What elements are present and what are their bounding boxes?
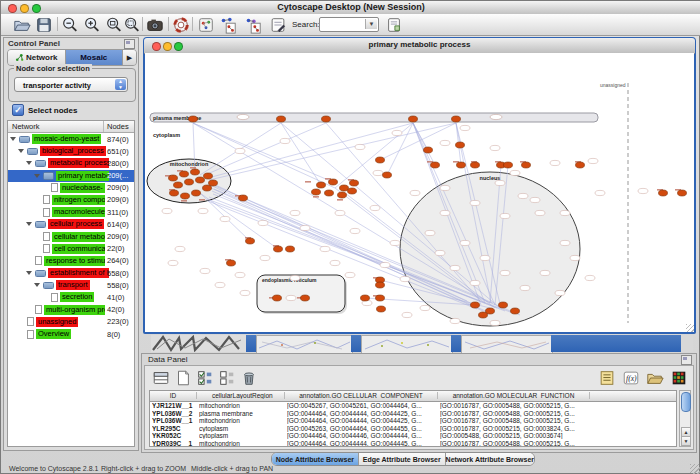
window-resize-grip[interactable] bbox=[686, 324, 694, 332]
expand-arrow-icon[interactable] bbox=[26, 161, 32, 165]
label-list-icon[interactable] bbox=[597, 368, 617, 388]
node-label-pill bbox=[235, 148, 245, 153]
table-row[interactable]: YDR039C__1mitochondrion[GO:0044464, GO:0… bbox=[150, 440, 676, 447]
tab-network[interactable]: Network bbox=[8, 50, 66, 65]
network-overview-icon[interactable] bbox=[197, 16, 215, 33]
float-panel-icon[interactable] bbox=[124, 39, 135, 49]
tree-item-establishment-of-lo[interactable]: establishment of lo558(0) bbox=[8, 267, 134, 279]
table-row[interactable]: YPL036W__1mitochondrion[GO:0044464, GO:0… bbox=[150, 417, 676, 425]
save-session-icon[interactable] bbox=[35, 16, 53, 33]
float-data-panel-icon[interactable] bbox=[681, 355, 692, 365]
node-color-attribute-select[interactable]: transporter activity ▲▼ bbox=[14, 77, 128, 92]
expand-arrow-icon[interactable] bbox=[26, 271, 32, 275]
help-icon[interactable] bbox=[172, 16, 190, 33]
tree-item-biological-process[interactable]: biological_process651(0) bbox=[8, 145, 134, 157]
tree-item-nucleobase-[interactable]: nucleobase-209(0) bbox=[8, 182, 134, 194]
expand-arrow-icon[interactable] bbox=[34, 283, 40, 287]
tree-item-macromolecule[interactable]: macromolecule311(0) bbox=[8, 206, 134, 218]
zoom-fit-icon[interactable] bbox=[123, 16, 141, 33]
tree-item-label: transport bbox=[56, 280, 90, 290]
tree-item-node-count: 41(0) bbox=[107, 293, 125, 302]
background-window-edge bbox=[551, 335, 681, 352]
table-column-header[interactable]: annotation.GO MOLECULAR_FUNCTION bbox=[438, 392, 590, 399]
zoom-out-icon[interactable] bbox=[61, 16, 79, 33]
table-column-header[interactable]: annotation.GO CELLULAR_COMPONENT bbox=[285, 392, 438, 399]
plugin-manager-icon[interactable] bbox=[385, 16, 403, 33]
tree-item-response-to-stimulu[interactable]: response to stimulu264(0) bbox=[8, 255, 134, 267]
tree-item-label: establishment of lo bbox=[48, 268, 109, 278]
status-welcome: Welcome to Cytoscape 2.8.1 bbox=[9, 465, 98, 472]
node-label-pill bbox=[520, 285, 530, 290]
tab-mosaic-label: Mosaic bbox=[80, 53, 107, 62]
search-dropdown-icon[interactable]: ▼ bbox=[365, 19, 377, 29]
table-row[interactable]: YLR295Ccytoplasm[GO:0045263, GO:0044464,… bbox=[150, 425, 676, 433]
zoom-in-icon[interactable] bbox=[83, 16, 101, 33]
expand-arrow-icon[interactable] bbox=[34, 174, 40, 178]
delete-attribute-icon[interactable] bbox=[239, 368, 259, 388]
annotation-icon[interactable] bbox=[269, 16, 287, 33]
tree-item-cell-communicat[interactable]: cell communicat22(0) bbox=[8, 243, 134, 255]
tab-overflow-arrow[interactable]: ▶ bbox=[123, 50, 136, 65]
tree-item-cellular-metabol[interactable]: cellular metabol209(0) bbox=[8, 231, 134, 243]
table-cell: YDR039C__1 bbox=[152, 440, 197, 447]
new-attribute-icon[interactable] bbox=[173, 368, 193, 388]
attribute-table-icon[interactable] bbox=[151, 368, 171, 388]
node-mini-label bbox=[181, 200, 187, 202]
tree-item-metabolic-process[interactable]: metabolic process280(0) bbox=[8, 157, 134, 169]
tree-item-secretion[interactable]: secretion41(0) bbox=[8, 291, 134, 303]
node-label-pill bbox=[500, 213, 510, 218]
expand-arrow-icon[interactable] bbox=[26, 222, 32, 226]
zoom-selected-icon[interactable] bbox=[105, 16, 123, 33]
tree-item-transport[interactable]: transport558(0) bbox=[8, 279, 134, 291]
network-window-title-bar[interactable]: primary metabolic process bbox=[144, 38, 695, 54]
search-input[interactable]: ▼ bbox=[319, 17, 379, 32]
tree-item-nitrogen-compou[interactable]: nitrogen compou209(0) bbox=[8, 194, 134, 206]
network-canvas[interactable]: plasma membranecytoplasmmitochondrionnuc… bbox=[145, 53, 694, 332]
hide-selected-nodes-icon[interactable] bbox=[219, 16, 237, 33]
graph-node bbox=[274, 246, 283, 252]
function-builder-icon[interactable]: f(x) bbox=[621, 368, 641, 388]
select-nodes-row[interactable]: ✓ Select nodes bbox=[12, 104, 77, 116]
node-mini-label bbox=[313, 196, 319, 198]
table-scrollbar[interactable]: ▲ ▼ bbox=[679, 390, 691, 447]
tree-item-overview[interactable]: Overview8(0) bbox=[8, 328, 134, 340]
import-attributes-icon[interactable] bbox=[645, 368, 665, 388]
app-resize-grip[interactable] bbox=[690, 464, 700, 474]
scroll-down-icon[interactable]: ▼ bbox=[681, 436, 691, 446]
select-nodes-checkbox[interactable]: ✓ bbox=[12, 104, 24, 116]
open-file-icon[interactable] bbox=[13, 16, 31, 33]
unselect-attributes-icon[interactable] bbox=[217, 368, 237, 388]
table-row[interactable]: YKR052Ccytoplasm[GO:0044464, GO:0044446,… bbox=[150, 432, 676, 440]
tab-mosaic[interactable]: Mosaic bbox=[66, 50, 124, 65]
graph-node bbox=[322, 116, 331, 122]
snapshot-icon[interactable] bbox=[146, 16, 164, 33]
tree-item-mosaic-demo-yeast[interactable]: mosaic-demo-yeast874(0) bbox=[8, 133, 134, 145]
select-first-neighbors-icon[interactable] bbox=[244, 16, 262, 33]
table-row[interactable]: YJR121W__1mitochondrion[GO:0045267, GO:0… bbox=[150, 402, 676, 410]
node-label-pill bbox=[420, 305, 430, 310]
graph-node bbox=[376, 282, 385, 288]
expand-arrow-icon[interactable] bbox=[10, 137, 16, 141]
heatmap-icon[interactable] bbox=[669, 368, 689, 388]
node-label-pill bbox=[585, 275, 595, 280]
node-label-pill bbox=[435, 250, 445, 255]
tree-item-cellular-process[interactable]: cellular process614(0) bbox=[8, 218, 134, 230]
graph-node bbox=[170, 190, 179, 196]
tree-item-multi-organism-pro[interactable]: multi-organism pro42(0) bbox=[8, 304, 134, 316]
node-label-pill bbox=[560, 210, 570, 215]
graph-node bbox=[185, 179, 194, 185]
table-column-header[interactable]: ID bbox=[150, 392, 197, 399]
tree-item-node-count: 558(0) bbox=[107, 269, 129, 278]
node-mini-label bbox=[199, 199, 205, 201]
tree-item-primary-metabolic[interactable]: primary metabolic209(... bbox=[8, 170, 134, 182]
network-file-icon bbox=[43, 208, 50, 217]
tree-item-unassigned[interactable]: unassigned223(0) bbox=[8, 316, 134, 328]
scrollbar-thumb[interactable] bbox=[681, 392, 691, 412]
table-cell: YPL036W__1 bbox=[152, 417, 197, 424]
tree-item-node-count: 223(0) bbox=[107, 317, 129, 326]
table-column-header[interactable]: _cellularLayoutRegion bbox=[197, 392, 285, 399]
status-bar: Welcome to Cytoscape 2.8.1 Right-click +… bbox=[1, 464, 700, 474]
expand-arrow-icon[interactable] bbox=[18, 149, 24, 153]
select-attributes-icon[interactable] bbox=[195, 368, 215, 388]
table-row[interactable]: YPL036W__2plasma membrane[GO:0044464, GO… bbox=[150, 410, 676, 418]
